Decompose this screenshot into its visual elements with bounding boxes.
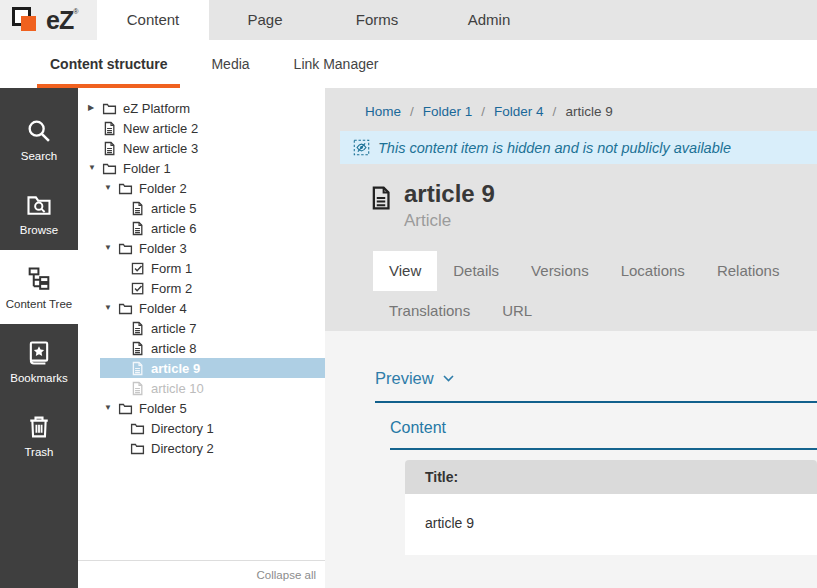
- view-tab-panel: Preview Content Title: article 9: [325, 331, 817, 588]
- form-icon: [130, 281, 145, 296]
- tree-item-new-article-3[interactable]: New article 3: [78, 138, 325, 158]
- content-tree-panel: eZ Platform New article 2 New article 3 …: [78, 88, 325, 588]
- folder-icon: [130, 441, 145, 456]
- tree-item-label: Folder 3: [139, 241, 187, 256]
- hidden-eye-icon: [353, 139, 370, 156]
- tree-item-article-10-hidden[interactable]: article 10: [100, 378, 325, 398]
- sidebar-item-label: Search: [21, 150, 57, 162]
- tree-item-label: Directory 1: [151, 421, 214, 436]
- sidebar-item-label: Trash: [25, 446, 54, 458]
- content-tree: eZ Platform New article 2 New article 3 …: [78, 88, 325, 560]
- tree-item-label: Folder 1: [123, 161, 171, 176]
- tree-item-directory-1[interactable]: Directory 1: [100, 418, 325, 438]
- top-tab-content[interactable]: Content: [97, 0, 209, 40]
- tree-item-folder-1[interactable]: Folder 1: [78, 158, 325, 178]
- tree-item-label: article 7: [151, 321, 197, 336]
- tree-item-label: article 9: [151, 361, 200, 376]
- tab-details[interactable]: Details: [437, 251, 515, 291]
- article-icon: [102, 121, 117, 136]
- sidebar-item-search[interactable]: Search: [0, 102, 78, 176]
- subnav-media[interactable]: Media: [198, 40, 262, 88]
- tree-item-label: article 10: [151, 381, 204, 396]
- page-title: article 9: [404, 181, 495, 207]
- tree-item-folder-3[interactable]: Folder 3: [94, 238, 325, 258]
- expander-expanded-icon[interactable]: [104, 178, 118, 198]
- top-bar: eZ® Content Page Forms Admin: [0, 0, 817, 40]
- tab-versions[interactable]: Versions: [515, 251, 605, 291]
- top-tab-page[interactable]: Page: [209, 0, 321, 40]
- content-type-label: Article: [404, 211, 495, 231]
- tree-item-label: article 8: [151, 341, 197, 356]
- expander-expanded-icon[interactable]: [104, 298, 118, 318]
- tree-item-ez-platform[interactable]: eZ Platform: [78, 98, 325, 118]
- tree-item-label: Form 1: [151, 261, 192, 276]
- tree-item-label: Folder 5: [139, 401, 187, 416]
- tree-item-form-1[interactable]: Form 1: [100, 258, 325, 278]
- subnav-link-manager[interactable]: Link Manager: [281, 40, 392, 88]
- sidebar-item-bookmarks[interactable]: Bookmarks: [0, 324, 78, 398]
- sidebar-item-label: Bookmarks: [10, 372, 68, 384]
- breadcrumb-separator: /: [410, 104, 414, 119]
- article-icon: [130, 381, 145, 396]
- content-fields: Title: article 9: [405, 460, 817, 555]
- tab-locations[interactable]: Locations: [605, 251, 701, 291]
- tree-item-folder-4[interactable]: Folder 4: [94, 298, 325, 318]
- folder-icon: [118, 181, 133, 196]
- tree-item-directory-2[interactable]: Directory 2: [100, 438, 325, 458]
- article-icon: [130, 201, 145, 216]
- tab-view[interactable]: View: [373, 251, 437, 291]
- breadcrumb-link-home[interactable]: Home: [365, 104, 401, 119]
- folder-icon: [118, 241, 133, 256]
- tree-item-folder-2[interactable]: Folder 2: [94, 178, 325, 198]
- top-tab-forms[interactable]: Forms: [321, 0, 433, 40]
- content-tree-icon: [25, 265, 53, 293]
- article-icon: [130, 321, 145, 336]
- ez-logo[interactable]: eZ®: [0, 0, 97, 40]
- article-icon: [130, 361, 145, 376]
- expander-expanded-icon[interactable]: [104, 238, 118, 258]
- search-icon: [25, 117, 53, 145]
- content-tabs: View Details Versions Locations Relation…: [373, 251, 803, 331]
- article-icon: [102, 141, 117, 156]
- expander-expanded-icon[interactable]: [88, 158, 102, 178]
- sidebar-item-browse[interactable]: Browse: [0, 176, 78, 250]
- tree-item-label: Form 2: [151, 281, 192, 296]
- tree-item-folder-5[interactable]: Folder 5: [94, 398, 325, 418]
- content-item-header: article 9 Article: [368, 181, 817, 231]
- folder-icon: [102, 101, 117, 116]
- preview-section-toggle[interactable]: Preview: [375, 369, 817, 403]
- chevron-down-icon: [443, 375, 454, 382]
- tree-item-new-article-2[interactable]: New article 2: [78, 118, 325, 138]
- tree-item-form-2[interactable]: Form 2: [100, 278, 325, 298]
- browse-icon: [25, 191, 53, 219]
- folder-icon: [118, 301, 133, 316]
- content-section-label: Content: [390, 419, 817, 450]
- tab-translations[interactable]: Translations: [373, 291, 486, 331]
- tree-item-article-8[interactable]: article 8: [100, 338, 325, 358]
- breadcrumb-link-folder-4[interactable]: Folder 4: [494, 104, 544, 119]
- top-tab-admin[interactable]: Admin: [433, 0, 545, 40]
- sidebar-item-trash[interactable]: Trash: [0, 398, 78, 472]
- tree-item-label: article 6: [151, 221, 197, 236]
- ez-logo-text: eZ®: [46, 8, 77, 33]
- sidebar-item-content-tree[interactable]: Content Tree: [0, 250, 78, 324]
- tree-item-article-5[interactable]: article 5: [100, 198, 325, 218]
- tree-item-label: New article 2: [123, 121, 198, 136]
- sub-nav: Content structure Media Link Manager: [0, 40, 817, 88]
- main-content: Home/Folder 1/Folder 4/article 9 This co…: [325, 88, 817, 588]
- bookmarks-icon: [25, 339, 53, 367]
- expander-expanded-icon[interactable]: [104, 398, 118, 418]
- tab-url[interactable]: URL: [486, 291, 548, 331]
- subnav-content-structure[interactable]: Content structure: [37, 40, 180, 88]
- tree-item-article-6[interactable]: article 6: [100, 218, 325, 238]
- tree-item-label: Directory 2: [151, 441, 214, 456]
- ez-logo-icon: [12, 5, 42, 35]
- tree-item-article-9-selected[interactable]: article 9: [100, 358, 325, 378]
- folder-icon: [130, 421, 145, 436]
- folder-icon: [102, 161, 117, 176]
- breadcrumb-link-folder-1[interactable]: Folder 1: [423, 104, 473, 119]
- tab-relations[interactable]: Relations: [701, 251, 796, 291]
- collapse-all-button[interactable]: Collapse all: [78, 560, 325, 588]
- expander-collapsed-icon[interactable]: [88, 98, 102, 118]
- tree-item-article-7[interactable]: article 7: [100, 318, 325, 338]
